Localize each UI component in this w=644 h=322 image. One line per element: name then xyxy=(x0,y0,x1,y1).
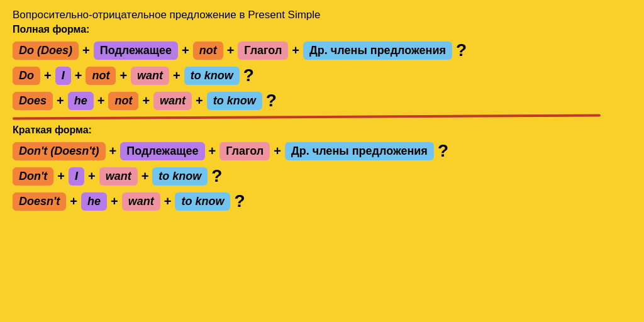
ex1-other-chip: to know xyxy=(184,67,240,85)
formula-short-verb-chip: Глагол xyxy=(219,142,270,160)
question-mark-5: ? xyxy=(211,166,222,186)
ex2-verb-chip: want xyxy=(153,92,192,110)
plus-21: + xyxy=(164,194,172,209)
ex2-not-chip: not xyxy=(108,92,138,110)
question-mark-1: ? xyxy=(456,40,467,60)
ex2s-doesnt-chip: Doesn't xyxy=(13,192,66,211)
ex2s-subj-chip: he xyxy=(81,192,107,211)
example1-short-row: Don't + I + want + to know ? xyxy=(13,166,631,186)
formula-full-row: Do (Does) + Подлежащее + not + Глагол + … xyxy=(13,40,631,60)
plus-16: + xyxy=(57,169,65,184)
formula-subject-chip: Подлежащее xyxy=(94,42,178,60)
short-form-label: Краткая форма: xyxy=(13,125,631,136)
ex1s-other-chip: to know xyxy=(152,167,208,186)
ex1s-subj-chip: I xyxy=(69,167,84,186)
plus-12: + xyxy=(196,94,203,108)
plus-1: + xyxy=(82,43,90,58)
plus-17: + xyxy=(88,169,96,184)
formula-verb-chip: Глагол xyxy=(238,42,288,60)
plus-9: + xyxy=(57,94,64,108)
page-title: Вопросительно-отрицательное предложение … xyxy=(13,9,631,21)
plus-20: + xyxy=(111,194,118,209)
formula-other-chip: Др. члены предложения xyxy=(303,42,452,60)
formula-short-other-chip: Др. члены предложения xyxy=(285,142,434,160)
ex2-subj-chip: he xyxy=(68,92,94,110)
formula-dont-chip: Don't (Doesn't) xyxy=(13,142,106,160)
example2-full-row: Does + he + not + want + to know ? xyxy=(13,91,631,111)
example2-short-row: Doesn't + he + want + to know ? xyxy=(13,191,631,211)
formula-not-chip: not xyxy=(193,42,223,60)
plus-14: + xyxy=(209,144,216,158)
plus-11: + xyxy=(142,94,150,108)
ex2-other-chip: to know xyxy=(207,92,262,110)
ex1-not-chip: not xyxy=(86,67,116,85)
formula-short-subject-chip: Подлежащее xyxy=(120,142,204,160)
plus-8: + xyxy=(173,69,180,83)
plus-7: + xyxy=(119,69,127,83)
section-divider xyxy=(13,114,601,120)
plus-10: + xyxy=(97,94,105,108)
ex2-does-chip: Does xyxy=(13,92,53,110)
plus-2: + xyxy=(182,43,189,58)
plus-15: + xyxy=(274,144,281,158)
example1-full-row: Do + I + not + want + to know ? xyxy=(13,65,631,86)
ex2s-other-chip: to know xyxy=(175,192,230,211)
formula-do-does-chip: Do (Does) xyxy=(13,42,79,60)
formula-short-row: Don't (Doesn't) + Подлежащее + Глагол + … xyxy=(13,141,631,161)
question-mark-3: ? xyxy=(266,91,277,111)
question-mark-2: ? xyxy=(243,65,254,86)
plus-6: + xyxy=(75,69,82,83)
plus-4: + xyxy=(292,43,299,58)
ex1s-verb-chip: want xyxy=(99,167,138,186)
ex1-subj-chip: I xyxy=(55,67,71,85)
plus-19: + xyxy=(70,194,77,209)
plus-18: + xyxy=(142,169,149,184)
ex1s-dont-chip: Don't xyxy=(13,167,53,186)
ex1-do-chip: Do xyxy=(13,67,40,85)
plus-3: + xyxy=(227,43,235,58)
question-mark-6: ? xyxy=(234,191,245,211)
plus-5: + xyxy=(44,69,52,83)
ex2s-verb-chip: want xyxy=(122,192,160,211)
plus-13: + xyxy=(109,144,117,158)
question-mark-4: ? xyxy=(438,141,448,161)
full-form-label: Полная форма: xyxy=(13,24,631,35)
ex1-verb-chip: want xyxy=(131,67,169,85)
